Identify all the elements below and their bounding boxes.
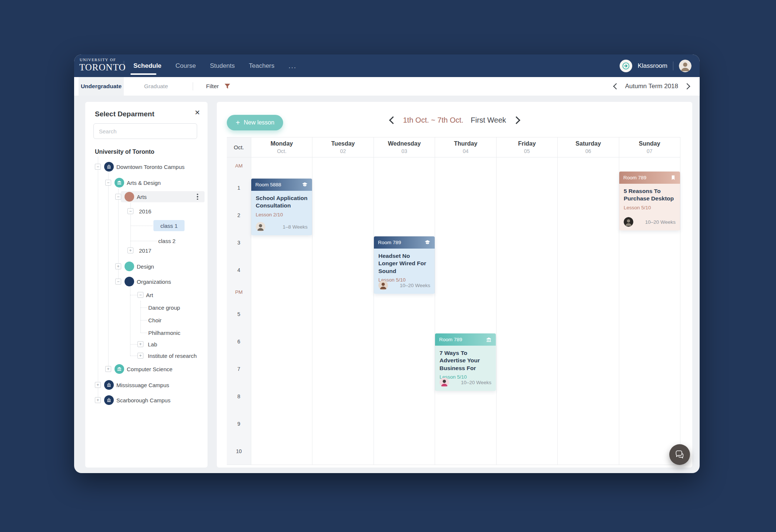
tree-item-2017[interactable]: + 2017 <box>127 246 151 255</box>
tree-item-art[interactable]: − Art <box>137 290 153 300</box>
teacher-avatar[interactable] <box>256 222 265 232</box>
collapse-toggle[interactable]: + <box>115 263 121 269</box>
collapse-toggle[interactable]: − <box>105 180 111 186</box>
collapse-toggle[interactable]: − <box>115 194 121 200</box>
desktop-background: UNIVERSITY OF TORONTO Schedule Course St… <box>0 0 776 532</box>
event-card-purchase-desktop[interactable]: Room 789 5 Reasons To Purchase Desktop L… <box>619 172 680 230</box>
search-input[interactable] <box>93 123 197 139</box>
nav-item-teachers[interactable]: Teachers <box>249 62 275 70</box>
collapse-toggle[interactable]: + <box>137 341 143 347</box>
day-header-saturday[interactable]: Saturday06 <box>557 137 619 157</box>
tree-root-university[interactable]: University of Toronto <box>95 147 155 157</box>
room-label: Room 789 <box>623 175 646 180</box>
nav-more-button[interactable]: ... <box>289 62 297 70</box>
teacher-avatar[interactable] <box>378 280 388 290</box>
time-label: 4 <box>227 256 251 284</box>
campus-icon <box>104 162 114 172</box>
tree-item-dance-group[interactable]: Dance group <box>148 303 180 312</box>
new-lesson-button[interactable]: + New lesson <box>227 115 283 130</box>
kebab-menu-icon[interactable] <box>194 193 201 201</box>
time-column: AM 1 2 3 4 PM 5 6 7 8 9 10 <box>227 157 251 465</box>
event-weeks-label: 1–8 Weeks <box>283 224 308 230</box>
tree-item-choir[interactable]: Choir <box>148 315 162 325</box>
day-column-saturday[interactable] <box>557 157 619 465</box>
collapse-toggle[interactable]: + <box>95 397 101 403</box>
content-area: Select Deparment ✕ University of Toronto <box>74 96 700 473</box>
teacher-avatar[interactable] <box>624 217 633 227</box>
logo-line2: TORONTO <box>79 62 116 73</box>
chat-fab-button[interactable] <box>669 444 690 465</box>
tree-item-design[interactable]: + Design <box>115 262 154 271</box>
klassroom-logo-icon <box>620 60 632 72</box>
tree-item-institute-of-research[interactable]: + Institute of research <box>137 351 197 360</box>
nav-item-course[interactable]: Course <box>176 62 196 70</box>
tree-item-philharmonic[interactable]: Philharmonic <box>148 328 180 338</box>
tree-connector <box>140 301 141 333</box>
tree-item-computer-science[interactable]: + Computer Science <box>105 364 172 374</box>
day-header-friday[interactable]: Friday05 <box>496 137 557 157</box>
tab-undergraduate[interactable]: Undergraduate <box>79 77 124 96</box>
event-card-headset[interactable]: Room 789 Headset No Longer Wired For Sou… <box>374 236 435 294</box>
tree-item-mississuage-campus[interactable]: + Mississuage Campus <box>95 380 169 390</box>
tree-connector <box>98 157 98 400</box>
tree-item-arts-and-design[interactable]: − Arts & Design <box>105 178 161 187</box>
sidebar-title: Select Deparment <box>95 110 155 118</box>
collapse-toggle[interactable]: + <box>127 247 133 253</box>
event-title: Headset No Longer Wired For Sound <box>378 252 430 275</box>
tree-item-class-1[interactable]: class 1 <box>153 220 185 231</box>
room-label: Room 789 <box>378 240 401 245</box>
chat-bubbles-icon <box>674 449 685 460</box>
term-navigation: Autumn Term 2018 <box>614 77 689 96</box>
institution-icon <box>115 178 124 187</box>
collapse-toggle[interactable]: − <box>127 208 133 214</box>
prev-week-chevron-icon[interactable] <box>389 116 397 124</box>
close-icon[interactable]: ✕ <box>195 109 200 116</box>
day-column-thursday[interactable] <box>435 157 496 465</box>
tree-item-2016[interactable]: − 2016 <box>127 206 151 216</box>
tree-item-lab[interactable]: + Lab <box>137 339 157 349</box>
tab-graduate[interactable]: Graduate <box>136 77 176 96</box>
next-term-chevron-icon[interactable] <box>684 83 690 90</box>
day-column-friday[interactable] <box>496 157 557 465</box>
teacher-avatar[interactable] <box>440 378 449 387</box>
app-window: UNIVERSITY OF TORONTO Schedule Course St… <box>74 54 700 473</box>
tree-item-organizations[interactable]: − Organizations <box>115 277 171 286</box>
tree-item-class-2[interactable]: class 2 <box>158 236 176 246</box>
grid-header: Oct. MondayOct. Tuesday02 Wednesday03 Th… <box>227 137 680 157</box>
day-column-wednesday[interactable] <box>374 157 435 465</box>
user-avatar[interactable] <box>679 60 692 72</box>
event-card-school-application[interactable]: Room 5888 School Application Consultatio… <box>251 179 312 235</box>
day-header-tuesday[interactable]: Tuesday02 <box>312 137 373 157</box>
collapse-toggle[interactable]: + <box>137 353 143 359</box>
room-label: Room 5888 <box>255 182 281 187</box>
collapse-toggle[interactable]: − <box>137 292 143 298</box>
tree-item-scarborough-campus[interactable]: + Scarborough Campus <box>95 395 170 405</box>
day-header-thursday[interactable]: Thurday04 <box>435 137 496 157</box>
collapse-toggle[interactable]: + <box>95 382 101 388</box>
day-header-wednesday[interactable]: Wednesday03 <box>374 137 435 157</box>
day-header-sunday[interactable]: Sunday07 <box>619 137 680 157</box>
nav-item-students[interactable]: Students <box>210 62 235 70</box>
collapse-toggle[interactable]: − <box>95 164 101 170</box>
campus-icon <box>104 380 114 390</box>
collapse-toggle[interactable]: + <box>105 366 111 372</box>
university-logo: UNIVERSITY OF TORONTO <box>79 58 116 73</box>
day-header-monday[interactable]: MondayOct. <box>251 137 312 157</box>
day-column-tuesday[interactable] <box>312 157 373 465</box>
collapse-toggle[interactable]: − <box>115 279 121 285</box>
event-card-advertise[interactable]: Room 789 7 Ways To Advertise Your Busine… <box>435 333 496 391</box>
tree-connector <box>140 307 147 308</box>
tree-item-arts[interactable]: − Arts <box>115 192 147 202</box>
grid-body: AM 1 2 3 4 PM 5 6 7 8 9 10 <box>227 157 680 465</box>
time-label: 8 <box>227 383 251 410</box>
event-weeks-label: 10–20 Weeks <box>645 219 676 225</box>
filter-button[interactable]: Filter <box>206 77 231 96</box>
prev-term-chevron-icon[interactable] <box>613 83 619 90</box>
event-header: Room 789 <box>374 236 435 249</box>
tree-connector <box>130 287 130 356</box>
term-label: Autumn Term 2018 <box>625 83 678 90</box>
nav-item-schedule[interactable]: Schedule <box>133 62 162 70</box>
tree-item-downtown-toronto-campus[interactable]: − Downtown Toronto Campus <box>95 162 185 172</box>
tree-connector <box>130 295 137 295</box>
next-week-chevron-icon[interactable] <box>512 116 520 124</box>
